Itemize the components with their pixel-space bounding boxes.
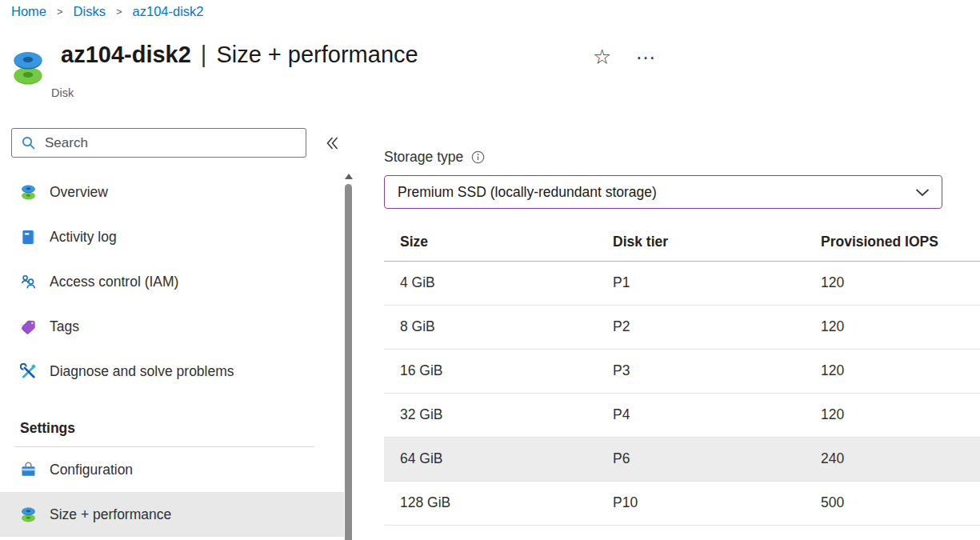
title-separator: |	[201, 42, 207, 68]
scrollbar-up-arrow-icon[interactable]	[345, 174, 353, 179]
disk-size-performance-page: Home > Disks > az104-disk2 az104-disk2 |…	[0, 0, 980, 540]
cell-disk-tier: P3	[612, 349, 820, 393]
cell-provisioned-iops: 120	[820, 261, 980, 305]
breadcrumb-home[interactable]: Home	[11, 4, 46, 19]
chevron-down-icon	[913, 182, 932, 202]
cell-disk-tier: P2	[612, 305, 820, 349]
cell-disk-tier: P1	[612, 261, 820, 305]
sidebar-item-activity-log[interactable]: Activity log	[0, 214, 344, 259]
sidebar-item-tags[interactable]: Tags	[0, 304, 344, 349]
column-header-provisioned-iops: Provisioned IOPS	[820, 224, 980, 261]
breadcrumb-separator: >	[116, 6, 122, 18]
cell-size: 8 GiB	[384, 305, 612, 349]
sidebar-scrollbar[interactable]	[343, 172, 354, 540]
cell-size: 4 GiB	[384, 261, 612, 305]
disk-sizes-table: Size Disk tier Provisioned IOPS 4 GiBP11…	[384, 224, 980, 526]
sidebar-item-access-control-iam[interactable]: Access control (IAM)	[0, 259, 344, 304]
sidebar-item-label: Overview	[50, 184, 108, 201]
info-icon[interactable]	[471, 150, 485, 164]
table-row[interactable]: 8 GiBP2120	[384, 305, 980, 349]
sidebar-section-settings: Settings	[0, 414, 344, 442]
cell-size: 32 GiB	[384, 393, 612, 437]
activity-log-icon	[20, 229, 37, 246]
cell-disk-tier: P6	[612, 437, 820, 481]
breadcrumb-az104-disk2[interactable]: az104-disk2	[133, 4, 204, 19]
collapse-sidebar-icon[interactable]	[322, 134, 342, 153]
breadcrumb-separator: >	[57, 6, 63, 18]
sidebar-item-label: Activity log	[50, 229, 117, 246]
sidebar-item-configuration[interactable]: Configuration	[0, 447, 344, 492]
more-options-icon[interactable]: …	[635, 42, 657, 62]
storage-type-field: Storage type	[384, 149, 485, 166]
cell-disk-tier: P4	[612, 393, 820, 437]
page-title: az104-disk2 | Size + performance	[61, 42, 418, 68]
cell-provisioned-iops: 120	[820, 393, 980, 437]
resource-name: az104-disk2	[61, 42, 191, 68]
disk-icon	[20, 506, 37, 523]
table-row[interactable]: 128 GiBP10500	[384, 481, 980, 525]
sidebar-item-label: Diagnose and solve problems	[50, 363, 234, 380]
sidebar-item-label: Access control (IAM)	[50, 274, 178, 290]
favorite-star-icon[interactable]: ☆	[593, 46, 611, 67]
breadcrumb: Home > Disks > az104-disk2	[11, 4, 204, 19]
table-row[interactable]: 32 GiBP4120	[384, 393, 980, 437]
cell-size: 128 GiB	[384, 481, 612, 525]
blade-title: Size + performance	[216, 42, 418, 68]
resource-type-label: Disk	[51, 86, 74, 99]
storage-type-select[interactable]: Premium SSD (locally-redundant storage)	[384, 175, 942, 209]
cell-provisioned-iops: 120	[820, 349, 980, 393]
sidebar-item-overview[interactable]: Overview	[0, 170, 344, 214]
cell-provisioned-iops: 120	[820, 305, 980, 349]
scrollbar-thumb[interactable]	[345, 184, 352, 540]
column-header-size: Size	[384, 224, 612, 261]
configuration-icon	[20, 462, 37, 478]
sidebar-item-label: Size + performance	[50, 506, 171, 523]
cell-size: 16 GiB	[384, 349, 612, 393]
cell-disk-tier: P10	[612, 481, 820, 525]
storage-type-label: Storage type	[384, 149, 463, 166]
sidebar-item-diagnose-and-solve-problems[interactable]: Diagnose and solve problems	[0, 349, 344, 394]
disk-icon	[13, 50, 43, 87]
table-header-row: Size Disk tier Provisioned IOPS	[384, 224, 980, 261]
storage-type-selected-value: Premium SSD (locally-redundant storage)	[398, 184, 913, 201]
table-row[interactable]: 16 GiBP3120	[384, 349, 980, 393]
sidebar-search-box	[11, 128, 306, 158]
sidebar-item-label: Tags	[50, 318, 79, 335]
sidebar-item-label: Configuration	[50, 462, 133, 478]
table-row[interactable]: 64 GiBP6240	[384, 437, 980, 481]
column-header-disk-tier: Disk tier	[612, 224, 820, 261]
table-row[interactable]: 4 GiBP1120	[384, 261, 980, 305]
breadcrumb-disks[interactable]: Disks	[74, 4, 106, 19]
sidebar-menu: OverviewActivity logAccess control (IAM)…	[0, 170, 344, 537]
diagnose-icon	[20, 363, 37, 380]
search-icon	[21, 135, 36, 150]
access-control-icon	[20, 274, 37, 290]
cell-provisioned-iops: 240	[820, 437, 980, 481]
sidebar-item-size-performance[interactable]: Size + performance	[0, 492, 344, 537]
search-input[interactable]	[43, 134, 299, 152]
tags-icon	[20, 318, 37, 335]
cell-provisioned-iops: 500	[820, 481, 980, 525]
cell-size: 64 GiB	[384, 437, 612, 481]
disk-icon	[20, 184, 37, 201]
